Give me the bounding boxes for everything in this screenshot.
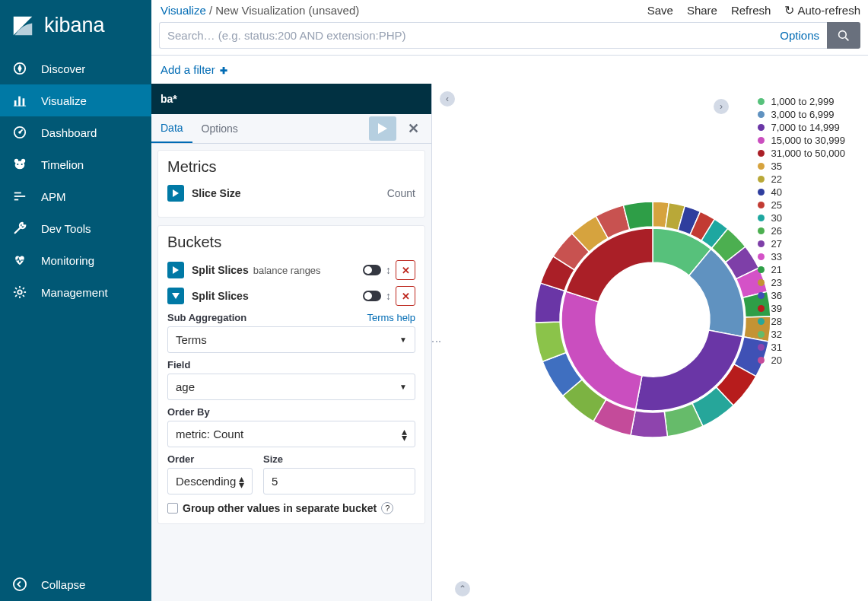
search-button[interactable] [827,22,860,49]
sidebar-item-label: APM [41,190,66,203]
sidebar-item-visualize[interactable]: Visualize [0,84,151,116]
legend-swatch [758,137,765,144]
legend-item[interactable]: 3,000 to 6,999 [758,109,845,120]
buckets-title: Buckets [167,234,415,251]
legend-item[interactable]: 35 [758,161,845,172]
order-select[interactable]: Descending ▴▾ [167,468,253,494]
sidebar-item-timelion[interactable]: Timelion [0,148,151,180]
logo[interactable]: kibana [0,0,151,52]
bucket-toggle-0[interactable] [167,262,184,278]
discard-button[interactable]: ✕ [399,116,427,141]
sidebar-item-label: Visualize [41,94,87,107]
bucket-enable-toggle-1[interactable] [363,291,381,301]
search-row: Search… (e.g. status:200 AND extension:P… [151,19,868,56]
breadcrumb-section[interactable]: Visualize [161,4,206,17]
legend-item[interactable]: 7,000 to 14,999 [758,122,845,133]
legend-label: 22 [771,173,781,185]
group-other-checkbox[interactable] [167,503,178,514]
collapse-button[interactable]: Collapse [0,568,151,601]
play-icon [378,123,387,134]
save-button[interactable]: Save [647,4,673,17]
legend-item[interactable]: 28 [758,316,845,327]
wrench-icon [12,221,27,236]
scroll-up-button[interactable]: ⌃ [455,581,470,596]
caret-right-icon [173,266,179,274]
sidebar-item-label: Timelion [41,158,84,171]
drag-handle-icon[interactable]: ↕ [386,290,391,302]
legend-item[interactable]: 26 [758,225,845,237]
search-input[interactable]: Search… (e.g. status:200 AND extension:P… [159,22,827,49]
bucket-row-1: Split Slices ↕ ✕ [167,286,415,306]
sidebar-item-apm[interactable]: APM [0,180,151,212]
legend-item[interactable]: 31,000 to 50,000 [758,148,845,159]
search-options[interactable]: Options [780,29,819,42]
share-button[interactable]: Share [687,4,717,17]
nav-prev-button[interactable]: ‹ [440,91,455,107]
index-pattern[interactable]: ba* [151,84,431,114]
agg-type-select[interactable]: Terms ▼ [167,326,415,353]
legend-swatch [758,150,765,157]
svg-rect-3 [23,98,25,106]
legend-item[interactable]: 15,000 to 30,999 [758,135,845,146]
apply-button[interactable] [369,116,396,141]
legend-item[interactable]: 32 [758,329,845,340]
svg-line-21 [15,288,17,289]
nav-next-button[interactable]: › [714,99,729,114]
metric-row: Slice Size Count [167,185,415,202]
legend-item[interactable]: 20 [758,355,845,366]
sidebar-item-label: Dev Tools [41,222,91,235]
add-filter-button[interactable]: Add a filter ✚ [161,63,227,76]
bucket-enable-toggle-0[interactable] [363,265,381,275]
legend-item[interactable]: 33 [758,251,845,262]
gauge-icon [12,125,27,140]
sidebar-item-label: Dashboard [41,126,97,139]
legend-item[interactable]: 31 [758,342,845,353]
app-name: kibana [44,14,105,37]
legend-label: 1,000 to 2,999 [771,96,834,107]
size-input[interactable]: 5 [263,468,415,494]
auto-refresh-button[interactable]: ↻Auto-refresh [784,3,860,17]
legend-item[interactable]: 39 [758,303,845,314]
order-by-select[interactable]: metric: Count ▴▾ [167,421,415,447]
sidebar-item-monitoring[interactable]: Monitoring [0,244,151,276]
legend-item[interactable]: 1,000 to 2,999 [758,96,845,107]
legend-item[interactable]: 27 [758,238,845,250]
legend-item[interactable]: 23 [758,277,845,288]
sidebar-item-management[interactable]: Management [0,276,151,308]
drag-handle-icon[interactable]: ↕ [386,264,391,276]
metric-toggle[interactable] [167,185,184,202]
legend-label: 26 [771,225,781,237]
bucket-desc-0: balance ranges [253,265,321,276]
sidebar-item-discover[interactable]: Discover [0,52,151,84]
svg-point-16 [17,290,21,294]
tab-data[interactable]: Data [151,114,192,143]
order-label: Order [167,453,194,465]
terms-help-link[interactable]: Terms help [367,312,415,323]
legend-item[interactable]: 25 [758,199,845,211]
resize-handle-icon[interactable]: ⋮ [431,336,443,345]
help-icon[interactable]: ? [381,502,393,514]
close-icon: ✕ [402,265,410,276]
size-label: Size [263,453,283,465]
chart-slice[interactable] [631,411,667,437]
field-select[interactable]: age ▼ [167,374,415,400]
sidebar-item-dashboard[interactable]: Dashboard [0,116,151,148]
legend-label: 31,000 to 50,000 [771,148,845,159]
legend-item[interactable]: 22 [758,173,845,185]
legend-item[interactable]: 36 [758,290,845,301]
sidebar-item-dev-tools[interactable]: Dev Tools [0,212,151,244]
bucket-toggle-1[interactable] [167,288,184,304]
legend-item[interactable]: 21 [758,264,845,275]
bucket-remove-1[interactable]: ✕ [396,286,415,306]
bucket-remove-0[interactable]: ✕ [396,260,415,280]
legend-item[interactable]: 30 [758,212,845,224]
bucket-row-0: Split Slices balance ranges ↕ ✕ [167,260,415,280]
tab-options[interactable]: Options [192,115,247,142]
refresh-button[interactable]: Refresh [731,4,771,17]
legend-item[interactable]: 40 [758,186,845,198]
main: Visualize / New Visualization (unsaved) … [151,0,868,601]
legend-swatch [758,163,765,170]
breadcrumb-page: New Visualization (unsaved) [215,4,359,17]
lines-icon [12,189,27,204]
auto-refresh-icon: ↻ [784,4,794,17]
